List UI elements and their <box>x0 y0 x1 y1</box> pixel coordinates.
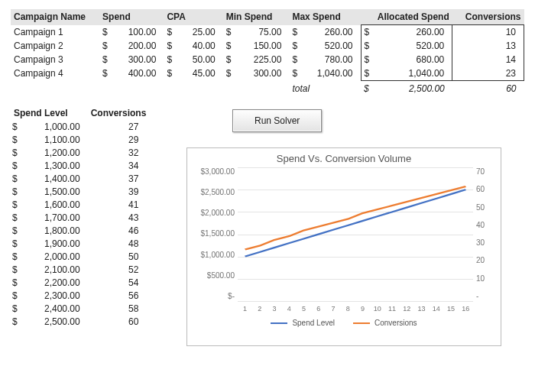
y-axis-left: $3,000.00$2,500.00$2,000.00$1,500.00$1,0… <box>195 167 238 302</box>
col-alloc: Allocated Spend <box>361 9 452 25</box>
cell-max: 520.00 <box>302 39 361 53</box>
level-col-spend: Spend Level <box>11 106 88 120</box>
currency-symbol: $ <box>361 66 374 81</box>
table-row: $2,400.0058 <box>11 302 149 315</box>
x-tick: 9 <box>355 305 370 313</box>
plot-area <box>238 167 473 302</box>
currency-symbol: $ <box>289 53 302 66</box>
table-row: $2,200.0054 <box>11 276 149 289</box>
cell-name: Campaign 4 <box>11 66 99 81</box>
currency-symbol: $ <box>99 66 112 81</box>
table-row: $1,600.0041 <box>11 198 149 211</box>
x-tick: 1 <box>238 305 252 313</box>
cell-conversions: 58 <box>88 302 150 315</box>
currency-symbol: $ <box>164 66 177 81</box>
legend-conv: Conversions <box>353 319 417 327</box>
currency-symbol: $ <box>11 159 19 172</box>
total-label: total <box>289 81 361 96</box>
currency-symbol: $ <box>223 39 236 53</box>
currency-symbol: $ <box>11 211 19 224</box>
table-row: $1,200.0032 <box>11 146 149 159</box>
cell-spend-level: 1,600.00 <box>19 198 88 211</box>
currency-symbol: $ <box>11 276 19 289</box>
cell-min: 225.00 <box>236 53 290 66</box>
table-row: $1,100.0029 <box>11 133 149 146</box>
cell-conversions: 39 <box>88 185 150 198</box>
currency-symbol: $ <box>361 25 374 40</box>
currency-symbol: $ <box>361 81 374 96</box>
cell-min: 300.00 <box>236 66 290 81</box>
campaign-header-row: Campaign Name Spend CPA Min Spend Max Sp… <box>11 9 524 25</box>
cell-spend-level: 1,700.00 <box>19 211 88 224</box>
cell-conversions: 52 <box>88 263 150 276</box>
currency-symbol: $ <box>11 120 19 133</box>
cell-conversions: 46 <box>88 224 150 237</box>
x-tick: 15 <box>444 305 459 313</box>
table-row: $1,900.0048 <box>11 237 149 250</box>
y-tick-left: $3,000.00 <box>195 167 235 176</box>
cell-spend-level: 1,400.00 <box>19 172 88 185</box>
currency-symbol: $ <box>289 39 302 53</box>
cell-spend: 300.00 <box>112 53 164 66</box>
x-tick: 2 <box>252 305 267 313</box>
x-axis: 12345678910111213141516 <box>238 302 473 313</box>
table-row: $2,100.0052 <box>11 263 149 276</box>
table-row: $2,000.0050 <box>11 250 149 263</box>
cell-conversions: 27 <box>88 120 150 133</box>
currency-symbol: $ <box>164 25 177 40</box>
table-row: Campaign 2$200.00$40.00$150.00$520.00$52… <box>11 39 524 53</box>
x-tick: 10 <box>370 305 384 313</box>
y-tick-left: $2,500.00 <box>195 188 235 196</box>
cell-spend-level: 2,500.00 <box>19 315 88 328</box>
col-min: Min Spend <box>223 9 290 25</box>
y-tick-right: - <box>476 292 493 300</box>
table-row: Campaign 3$300.00$50.00$225.00$780.00$68… <box>11 53 524 66</box>
currency-symbol: $ <box>99 25 112 40</box>
currency-symbol: $ <box>11 289 19 302</box>
cell-min: 150.00 <box>236 39 290 53</box>
currency-symbol: $ <box>361 39 374 53</box>
cell-conversions: 56 <box>88 289 150 302</box>
legend-label-spend: Spend Level <box>292 319 335 327</box>
cell-cpa: 40.00 <box>177 39 222 53</box>
currency-symbol: $ <box>11 237 19 250</box>
cell-name: Campaign 3 <box>11 53 99 66</box>
currency-symbol: $ <box>11 185 19 198</box>
series-spend-level <box>245 190 466 256</box>
currency-symbol: $ <box>289 66 302 81</box>
table-row: $1,000.0027 <box>11 120 149 133</box>
y-tick-right: 50 <box>476 203 493 212</box>
cell-spend-level: 2,000.00 <box>19 250 88 263</box>
cell-spend: 200.00 <box>112 39 164 53</box>
cell-max: 780.00 <box>302 53 361 66</box>
cell-spend: 400.00 <box>112 66 164 81</box>
currency-symbol: $ <box>11 133 19 146</box>
table-row: Campaign 4$400.00$45.00$300.00$1,040.00$… <box>11 66 524 81</box>
cell-spend-level: 2,100.00 <box>19 263 88 276</box>
legend-swatch-conv <box>353 322 370 324</box>
y-tick-left: $2,000.00 <box>195 209 235 217</box>
x-tick: 13 <box>414 305 429 313</box>
y-tick-left: $1,000.00 <box>195 251 235 259</box>
x-tick: 14 <box>429 305 443 313</box>
cell-spend-level: 1,000.00 <box>19 120 88 133</box>
cell-conversions: 34 <box>88 159 150 172</box>
cell-cpa: 50.00 <box>177 53 222 66</box>
cell-name: Campaign 2 <box>11 39 99 53</box>
cell-cpa: 45.00 <box>177 66 222 81</box>
cell-max: 1,040.00 <box>302 66 361 81</box>
currency-symbol: $ <box>223 53 236 66</box>
col-conv: Conversions <box>452 9 524 25</box>
legend-label-conv: Conversions <box>374 319 417 327</box>
level-col-conv: Conversions <box>88 106 150 120</box>
cell-conversions: 48 <box>88 237 150 250</box>
cell-conv: 13 <box>452 39 524 53</box>
run-solver-button[interactable]: Run Solver <box>232 109 322 132</box>
currency-symbol: $ <box>361 53 374 66</box>
cell-conversions: 41 <box>88 198 150 211</box>
table-row: $1,300.0034 <box>11 159 149 172</box>
y-tick-left: $1,500.00 <box>195 229 235 238</box>
cell-spend-level: 1,500.00 <box>19 185 88 198</box>
cell-max: 260.00 <box>302 25 361 40</box>
y-tick-right: 20 <box>476 256 493 264</box>
